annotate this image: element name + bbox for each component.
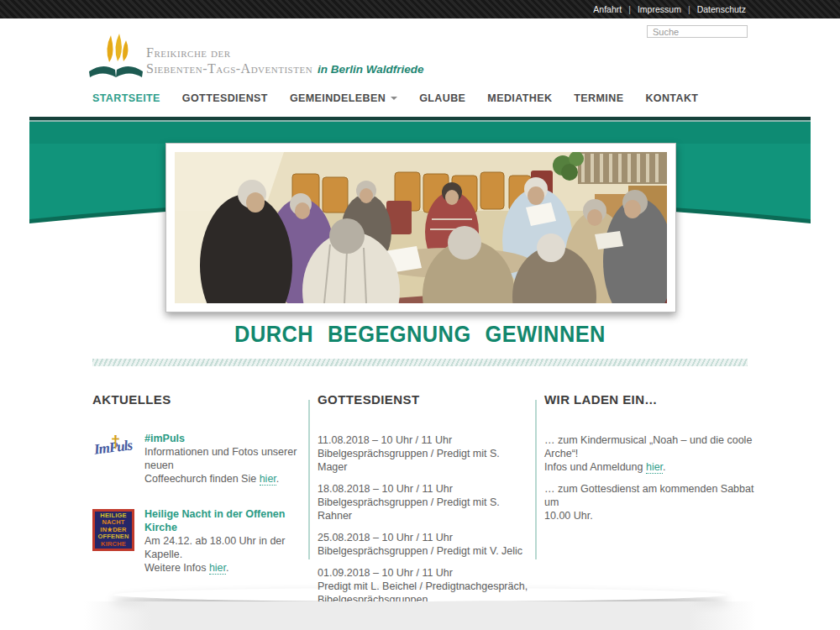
aktuelles-column: AKTUELLES ImPuls † #imPuls Informationen…: [92, 393, 301, 575]
separator: |: [628, 4, 631, 14]
text-fragment: … zum Kindermusical „Noah – und die cool…: [544, 434, 752, 459]
brand-name-line1: Freikirche der: [146, 45, 424, 60]
brand-name-line2: Siebenten-Tags-Adventistenin Berlin Wald…: [146, 60, 424, 77]
brand-location: in Berlin Waldfriede: [318, 63, 424, 76]
invite-paragraphs: … zum Kindermusical „Noah – und die cool…: [544, 433, 754, 522]
nav-item-gemeindeleben[interactable]: GEMEINDELEBEN: [290, 92, 397, 104]
text-fragment: 10.00 Uhr.: [544, 510, 593, 522]
text-fragment: Weitere Infos: [144, 562, 209, 574]
nav-item-gemeindeleben-label: GEMEINDELEBEN: [290, 92, 386, 104]
decorative-ribbon: [92, 359, 748, 366]
news-title[interactable]: Heilige Nacht in der Offenen Kirche: [144, 507, 301, 534]
hier-link[interactable]: hier: [260, 473, 276, 486]
poster-line: KIRCHE: [95, 541, 132, 549]
topbar-link-datenschutz[interactable]: Datenschutz: [697, 4, 746, 14]
service-entry: 25.08.2018 – 10 Uhr / 11 Uhr Bibelgesprä…: [318, 531, 529, 558]
text-fragment: Am 24.12. ab 18.00 Uhr in der Kapelle.: [144, 535, 285, 560]
cross-icon: †: [111, 435, 120, 449]
news-body: #imPuls Informationen und Fotos unserer …: [144, 432, 301, 486]
news-item-heilige-nacht: HEILIGE NACHT IN★DER OFFENEN KIRCHE Heil…: [92, 507, 301, 575]
invite-paragraph: … zum Kindermusical „Noah – und die cool…: [544, 433, 754, 474]
service-entries: 11.08.2018 – 10 Uhr / 11 Uhr Bibelgesprä…: [318, 433, 529, 606]
page-headline: DURCH BEGEGNUNG GEWINNEN: [25, 322, 815, 348]
separator: |: [688, 4, 690, 14]
nav-item-glaube[interactable]: GLAUBE: [419, 92, 465, 104]
gottesdienst-column: GOTTESDIENST 11.08.2018 – 10 Uhr / 11 Uh…: [318, 393, 529, 615]
column-divider: [308, 400, 310, 559]
chevron-down-icon: [391, 97, 397, 100]
news-item-impuls: ImPuls † #imPuls Informationen und Fotos…: [92, 432, 301, 486]
column-divider: [535, 400, 537, 559]
nav-item-startseite[interactable]: STARTSEITE: [92, 92, 160, 104]
text-fragment: Infos und Anmeldung: [544, 461, 646, 473]
service-entry: 18.08.2018 – 10 Uhr / 11 Uhr Bibelgesprä…: [318, 482, 529, 522]
text-fragment: Informationen und Fotos unserer neuen: [144, 446, 297, 471]
topbar: Anfahrt | Impressum | Datenschutz: [0, 0, 840, 18]
news-body: Heilige Nacht in der Offenen Kirche Am 2…: [144, 507, 301, 575]
brand-name-text: Siebenten-Tags-Adventisten: [146, 61, 312, 76]
service-date: 01.09.2018 – 10 Uhr / 11 Uhr: [318, 566, 529, 580]
hero-image-frame: [165, 143, 676, 312]
news-title[interactable]: #imPuls: [144, 432, 301, 445]
hier-link[interactable]: hier: [209, 562, 226, 575]
page: Anfahrt | Impressum | Datenschutz Freiki…: [0, 0, 840, 630]
nav-item-kontakt[interactable]: KONTAKT: [645, 92, 698, 104]
gottesdienst-heading: GOTTESDIENST: [318, 393, 529, 407]
invite-paragraph: … zum Gottesdienst am kommenden Sabbat u…: [544, 482, 754, 522]
service-detail: Bibelgesprächsgruppen / Predigt mit S. M…: [318, 447, 529, 474]
service-date: 18.08.2018 – 10 Uhr / 11 Uhr: [318, 482, 529, 496]
footer-strip: [84, 601, 756, 630]
topbar-link-anfahrt[interactable]: Anfahrt: [593, 4, 622, 14]
hier-link[interactable]: hier: [646, 461, 663, 474]
nav-item-termine[interactable]: TERMINE: [574, 92, 623, 104]
topbar-link-impressum[interactable]: Impressum: [638, 4, 681, 14]
service-date: 11.08.2018 – 10 Uhr / 11 Uhr: [318, 433, 529, 447]
service-detail: Bibelgesprächsgruppen / Predigt mit S. R…: [318, 496, 529, 522]
search-input[interactable]: [647, 25, 748, 38]
nav-item-mediathek[interactable]: MEDIATHEK: [487, 92, 552, 104]
text-fragment: .: [276, 473, 279, 485]
brand-block: Freikirche der Siebenten-Tags-Adventiste…: [146, 45, 424, 77]
service-date: 25.08.2018 – 10 Uhr / 11 Uhr: [318, 531, 529, 544]
news-text: Informationen und Fotos unserer neuen Co…: [144, 445, 301, 486]
einladung-column: WIR LADEN EIN… … zum Kindermusical „Noah…: [544, 393, 754, 531]
text-fragment: … zum Gottesdienst am kommenden Sabbat u…: [544, 483, 753, 508]
text-fragment: .: [663, 461, 665, 473]
text-fragment: Coffeechurch finden Sie: [144, 473, 260, 485]
adventist-logo-icon[interactable]: [86, 34, 146, 82]
news-text: Am 24.12. ab 18.00 Uhr in der Kapelle. W…: [144, 534, 301, 575]
main-nav: STARTSEITE GOTTESDIENST GEMEINDELEBEN GL…: [92, 92, 698, 104]
aktuelles-heading: AKTUELLES: [92, 393, 301, 407]
heilige-nacht-poster-thumbnail[interactable]: HEILIGE NACHT IN★DER OFFENEN KIRCHE: [92, 509, 134, 551]
einladung-heading: WIR LADEN EIN…: [544, 393, 754, 407]
page-bottom-shadow: [113, 588, 727, 601]
text-fragment: .: [226, 562, 228, 574]
hero-photo: [175, 152, 667, 303]
nav-item-gottesdienst[interactable]: GOTTESDIENST: [182, 92, 268, 104]
service-entry: 11.08.2018 – 10 Uhr / 11 Uhr Bibelgesprä…: [318, 433, 529, 474]
impuls-logo-thumbnail[interactable]: ImPuls †: [92, 433, 139, 469]
service-detail: Bibelgesprächsgruppen / Predigt mit V. J…: [318, 544, 529, 558]
topbar-links: Anfahrt | Impressum | Datenschutz: [593, 0, 746, 18]
